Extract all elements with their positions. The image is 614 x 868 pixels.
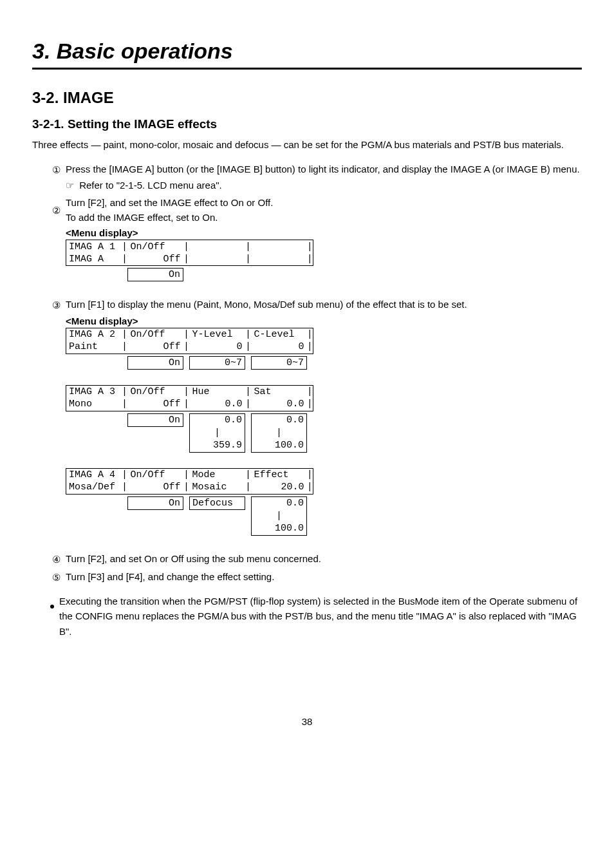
lcd-menu-table-2: IMAG A 2 | On/Off | Y-Level | C-Level | … bbox=[66, 328, 313, 370]
step-3: ③ Turn [F1] to display the menu (Paint, … bbox=[50, 297, 582, 312]
lcd-cell: 0~7 bbox=[190, 356, 245, 369]
menu-display-label: <Menu display> bbox=[66, 316, 582, 326]
lcd-cell: Off bbox=[128, 253, 183, 266]
lcd-cell: Effect bbox=[252, 468, 307, 481]
lcd-cell: | bbox=[190, 426, 245, 439]
step-text: Press the [IMAGE A] button (or the [IMAG… bbox=[66, 162, 582, 177]
lcd-cell: Defocus bbox=[190, 496, 245, 509]
lcd-cell: On/Off bbox=[128, 328, 183, 341]
refer-line: ☞ Refer to "2-1-5. LCD menu area". bbox=[66, 180, 582, 191]
lcd-cell: 0.0 bbox=[190, 398, 245, 411]
intro-text: Three effects — paint, mono-color, mosai… bbox=[32, 138, 582, 153]
bullet-icon bbox=[50, 598, 59, 639]
lcd-cell: IMAG A 3 bbox=[66, 385, 122, 398]
step-text: Turn [F1] to display the menu (Paint, Mo… bbox=[66, 297, 582, 312]
lcd-cell: 0 bbox=[252, 341, 307, 354]
lcd-cell: 0 bbox=[190, 341, 245, 354]
lcd-cell: Mosaic bbox=[190, 481, 245, 494]
lcd-cell: On bbox=[128, 413, 183, 426]
lcd-cell: C-Level bbox=[252, 328, 307, 341]
lcd-cell: 359.9 bbox=[190, 439, 245, 452]
lcd-menu-table-4: IMAG A 4 | On/Off | Mode | Effect | Mosa… bbox=[66, 468, 313, 536]
lcd-cell: Hue bbox=[190, 385, 245, 398]
step-text: Turn [F2], and set the IMAGE effect to O… bbox=[66, 197, 273, 208]
lcd-cell: | bbox=[252, 509, 307, 522]
lcd-cell: Mosa/Def bbox=[66, 481, 122, 494]
step-5: ⑤ Turn [F3] and [F4], and change the eff… bbox=[50, 569, 582, 585]
pointer-icon: ☞ bbox=[66, 180, 74, 191]
step-text: Turn [F2], and set On or Off using the s… bbox=[66, 551, 582, 567]
lcd-cell: Sat bbox=[252, 385, 307, 398]
lcd-cell: IMAG A bbox=[66, 253, 122, 266]
lcd-cell: IMAG A 1 bbox=[66, 240, 122, 253]
step-text: Turn [F3] and [F4], and change the effec… bbox=[66, 569, 582, 585]
lcd-cell: 0.0 bbox=[252, 496, 307, 509]
lcd-cell: 0.0 bbox=[252, 413, 307, 426]
subsection-title: 3-2-1. Setting the IMAGE effects bbox=[32, 117, 582, 131]
lcd-cell: 0.0 bbox=[190, 413, 245, 426]
lcd-cell: | bbox=[252, 426, 307, 439]
lcd-cell: 100.0 bbox=[252, 439, 307, 452]
circled-number-icon: ① bbox=[50, 162, 62, 177]
lcd-cell: Off bbox=[128, 341, 183, 354]
lcd-cell: On/Off bbox=[128, 240, 183, 253]
step-2: ② Turn [F2], and set the IMAGE effect to… bbox=[50, 195, 582, 225]
lcd-menu-table-3: IMAG A 3 | On/Off | Hue | Sat | Mono | O… bbox=[66, 385, 313, 453]
section-title: 3-2. IMAGE bbox=[32, 89, 582, 107]
lcd-cell: Off bbox=[128, 481, 183, 494]
circled-number-icon: ③ bbox=[50, 297, 62, 312]
lcd-cell: Y-Level bbox=[190, 328, 245, 341]
lcd-cell: Paint bbox=[66, 341, 122, 354]
page-number: 38 bbox=[32, 716, 582, 727]
chapter-title: 3. Basic operations bbox=[32, 39, 582, 70]
lcd-cell: 0~7 bbox=[252, 356, 307, 369]
circled-number-icon: ⑤ bbox=[50, 570, 62, 585]
lcd-cell: 20.0 bbox=[252, 481, 307, 494]
step-text: To add the IMAGE effect, set to On. bbox=[66, 212, 218, 223]
lcd-cell: Mode bbox=[190, 468, 245, 481]
lcd-cell: Off bbox=[128, 398, 183, 411]
circled-number-icon: ② bbox=[50, 196, 62, 225]
lcd-cell: IMAG A 4 bbox=[66, 468, 122, 481]
lcd-cell: On/Off bbox=[128, 385, 183, 398]
lcd-cell: On bbox=[128, 356, 183, 369]
lcd-cell: On bbox=[128, 269, 183, 281]
refer-text: Refer to "2-1-5. LCD menu area". bbox=[79, 180, 222, 191]
circled-number-icon: ④ bbox=[50, 552, 62, 567]
lcd-cell: IMAG A 2 bbox=[66, 328, 122, 341]
note-bullet: Executing the transition when the PGM/PS… bbox=[50, 594, 582, 639]
lcd-cell: On bbox=[128, 496, 183, 509]
menu-display-label: <Menu display> bbox=[66, 227, 582, 238]
note-text: Executing the transition when the PGM/PS… bbox=[59, 594, 582, 639]
lcd-menu-table-1: IMAG A 1 | On/Off | | | IMAG A | Off | |… bbox=[66, 240, 313, 281]
lcd-cell: Mono bbox=[66, 398, 122, 411]
lcd-cell: On/Off bbox=[128, 468, 183, 481]
lcd-cell: 0.0 bbox=[252, 398, 307, 411]
lcd-cell: 100.0 bbox=[252, 522, 307, 535]
step-4: ④ Turn [F2], and set On or Off using the… bbox=[50, 551, 582, 567]
step-1: ① Press the [IMAGE A] button (or the [IM… bbox=[50, 162, 582, 177]
